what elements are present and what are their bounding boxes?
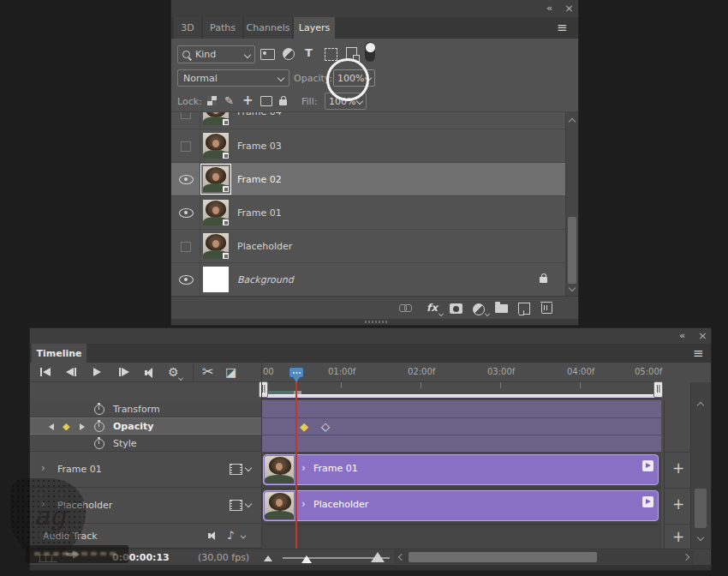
layer-row-frame01[interactable]: Frame 01 (171, 196, 565, 229)
panel-menu-icon[interactable]: ≡ (693, 347, 704, 360)
add-media-button-placeholder[interactable]: + (670, 496, 687, 513)
tab-paths[interactable]: Paths (203, 17, 242, 39)
layer-row-frame02-selected[interactable]: Frame 02 (171, 163, 565, 195)
delete-layer-icon[interactable] (541, 303, 552, 314)
zoom-out-icon[interactable] (264, 555, 272, 561)
tab-timeline[interactable]: Timeline (32, 344, 87, 363)
scroll-down-arrow[interactable] (569, 285, 576, 291)
shape-layer-filter-icon[interactable] (325, 48, 337, 61)
play-button[interactable] (93, 368, 101, 376)
scroll-left-arrow[interactable] (398, 554, 405, 561)
property-row-opacity[interactable]: ◆ Opacity (30, 417, 261, 435)
lock-artboard-icon[interactable] (260, 96, 272, 106)
filmstrip-icon[interactable] (230, 464, 242, 475)
eye-icon[interactable] (179, 175, 194, 184)
property-row-transform[interactable]: Transform (30, 400, 261, 417)
eye-icon[interactable] (179, 275, 194, 285)
timeline-ruler[interactable]: 00 01:00f 02:00f 03:00f 04:00f 05:00f (261, 363, 661, 382)
scrollbar-thumb[interactable] (568, 217, 576, 284)
layer-row-placeholder[interactable]: Placeholder (171, 230, 565, 262)
kind-filter-dropdown[interactable]: Kind (177, 45, 255, 63)
previous-frame-button[interactable] (66, 368, 76, 376)
work-area-start-handle[interactable] (259, 381, 268, 398)
type-layer-filter-icon[interactable]: T (305, 47, 313, 58)
collapse-panel-icon[interactable]: « (679, 331, 683, 340)
track-row-placeholder-left[interactable]: › Placeholder (30, 488, 261, 524)
link-layers-icon[interactable] (399, 304, 411, 311)
stopwatch-icon[interactable] (94, 405, 104, 415)
track-row-frame01-left[interactable]: › Frame 01 (30, 452, 261, 488)
settings-gear-icon[interactable]: ⚙ (168, 366, 179, 378)
scroll-down-arrow[interactable] (697, 534, 704, 541)
chevron-down-icon[interactable] (241, 533, 247, 539)
playhead-marker[interactable] (289, 367, 304, 378)
scrollbar-thumb[interactable] (695, 489, 707, 528)
next-frame-button[interactable] (119, 368, 129, 376)
zoom-slider-thumb[interactable] (301, 555, 312, 563)
close-panel-icon[interactable]: × (564, 3, 574, 14)
tab-3d[interactable]: 3D (174, 17, 201, 39)
opacity-keyframe-hollow[interactable]: ◇ (321, 421, 330, 432)
scroll-up-arrow[interactable] (697, 402, 704, 409)
keyframe-diamond-icon[interactable]: ◆ (63, 422, 69, 431)
layer-style-fx-icon[interactable]: fx (427, 303, 438, 313)
layer-row-frame03[interactable]: Frame 03 (171, 129, 565, 162)
clip-expand-chevron[interactable]: › (301, 499, 306, 509)
tab-channels[interactable]: Channels (244, 17, 292, 39)
clip-speed-button[interactable] (642, 460, 653, 471)
stopwatch-icon[interactable] (94, 439, 104, 449)
lock-all-icon[interactable] (279, 99, 287, 105)
layer-row-background[interactable]: Background (171, 263, 565, 296)
mute-audio-button[interactable] (146, 368, 152, 378)
scroll-right-arrow[interactable] (683, 554, 689, 561)
timeline-hscrollbar[interactable] (394, 550, 694, 564)
lock-transparency-icon[interactable] (207, 96, 217, 105)
chevron-down-icon[interactable] (245, 501, 252, 507)
add-audio-button[interactable]: + (670, 529, 687, 546)
clip-speed-button[interactable] (642, 496, 653, 507)
clip-placeholder[interactable]: › Placeholder (263, 490, 659, 521)
blend-mode-dropdown[interactable]: Normal (177, 69, 289, 87)
panel-resize-grip[interactable] (171, 319, 578, 325)
new-layer-icon[interactable] (518, 303, 530, 315)
previous-keyframe-arrow[interactable] (49, 423, 54, 430)
work-area-end-handle[interactable] (653, 381, 663, 398)
chevron-down-icon[interactable] (245, 465, 252, 471)
split-at-playhead-scissors-icon[interactable]: ✂ (202, 365, 213, 379)
pixel-layer-filter-icon[interactable] (260, 49, 275, 60)
visibility-checkbox[interactable] (181, 141, 191, 152)
timeline-vscrollbar[interactable] (690, 382, 711, 549)
transition-icon[interactable]: ◪ (225, 366, 236, 378)
filter-toggle-switch[interactable] (365, 42, 375, 62)
add-layer-mask-icon[interactable] (450, 303, 462, 314)
filmstrip-icon[interactable] (230, 500, 242, 511)
expand-track-chevron[interactable]: › (41, 463, 45, 473)
panel-menu-icon[interactable]: ≡ (557, 21, 568, 34)
eye-icon[interactable] (179, 208, 194, 218)
scroll-up-arrow[interactable] (569, 118, 576, 125)
close-panel-icon[interactable]: × (698, 330, 707, 341)
add-media-button-frame01[interactable]: + (670, 460, 687, 477)
visibility-checkbox[interactable] (181, 242, 191, 252)
new-adjustment-layer-icon[interactable] (473, 303, 485, 315)
new-group-icon[interactable] (495, 304, 508, 313)
zoom-in-icon[interactable] (371, 552, 385, 562)
duration-summary-bar[interactable] (261, 394, 661, 399)
scrollbar-thumb[interactable] (409, 552, 597, 562)
collapse-panel-icon[interactable]: « (546, 3, 551, 13)
tab-layers[interactable]: Layers (294, 17, 335, 39)
lock-position-icon[interactable]: + (242, 94, 254, 107)
clip-expand-chevron[interactable]: › (301, 463, 306, 473)
go-to-first-frame-button[interactable] (40, 368, 51, 376)
layers-scrollbar[interactable] (565, 112, 578, 296)
playhead-line[interactable] (295, 378, 297, 549)
next-keyframe-arrow[interactable] (80, 423, 85, 430)
music-note-icon[interactable]: ♪ (227, 530, 234, 541)
stopwatch-icon[interactable] (94, 422, 104, 432)
property-track-region[interactable]: ◆ ◇ (261, 400, 661, 452)
adjustment-layer-filter-icon[interactable] (283, 48, 295, 60)
render-video-arrow-icon[interactable] (66, 553, 75, 556)
opacity-keyframe-set[interactable]: ◆ (300, 421, 308, 432)
lock-pixels-brush-icon[interactable]: ✎ (224, 95, 234, 106)
expand-track-chevron[interactable]: › (41, 499, 45, 509)
